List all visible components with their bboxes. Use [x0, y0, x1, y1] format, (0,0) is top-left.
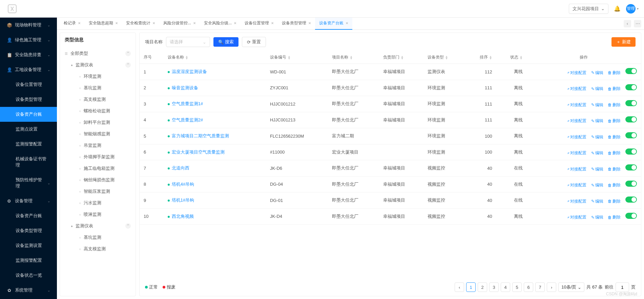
device-name-link[interactable]: 宏业大厦项目空气质量监测	[172, 150, 225, 155]
action-edit[interactable]: ✎编辑	[591, 150, 603, 156]
tree-leaf[interactable]: ○智能烟感监测	[63, 128, 133, 140]
sidebar-subitem[interactable]: 设备类型管理	[0, 92, 57, 107]
device-name-link[interactable]: 塔机4#吊钩	[172, 182, 194, 187]
action-config[interactable]: 𝄎对接配置	[567, 86, 586, 92]
collapse-icon[interactable]: ⌃	[125, 51, 131, 56]
pager-page[interactable]: 5	[512, 282, 522, 292]
device-name-link[interactable]: 空气质量监测2#	[172, 117, 203, 122]
reset-button[interactable]: ⟳ 重置	[242, 37, 266, 47]
tree-leaf[interactable]: ○基坑监测	[63, 82, 133, 94]
tabs-more-icon[interactable]: ⋯	[634, 20, 641, 27]
user-avatar[interactable]: 管理 ▾	[626, 4, 639, 14]
tab[interactable]: 安全隐患超期✕	[85, 18, 122, 30]
sidebar-item[interactable]: 📋安全隐患排查⌄	[0, 47, 57, 62]
sidebar-collapse-icon[interactable]: ☰	[0, 298, 57, 299]
tree-leaf[interactable]: ○外墙脚手架监测	[63, 151, 133, 163]
sidebar-subitem[interactable]: 设备类型管理	[0, 223, 57, 238]
tree-leaf[interactable]: ○环境监测	[63, 71, 133, 82]
sidebar-subitem[interactable]: 设备资产台账	[0, 107, 57, 122]
action-config[interactable]: 𝄎对接配置	[567, 150, 586, 156]
column-header[interactable]: 设备名称▲▼	[164, 51, 266, 64]
action-config[interactable]: 𝄎对接配置	[567, 166, 586, 172]
sidebar-item[interactable]: 👤绿色施工管理⌄	[0, 32, 57, 47]
action-edit[interactable]: ✎编辑	[591, 166, 603, 172]
sidebar-subitem[interactable]: 监测报警配置	[0, 253, 57, 268]
pager-page[interactable]: 7	[535, 282, 545, 292]
sidebar-subitem[interactable]: 设备位置管理	[0, 77, 57, 92]
action-edit[interactable]: ✎编辑	[591, 199, 603, 204]
tab[interactable]: 检记录✕	[60, 18, 85, 30]
action-edit[interactable]: ✎编辑	[591, 102, 603, 108]
enable-switch[interactable]	[625, 213, 637, 219]
action-delete[interactable]: 🗑删除	[608, 118, 621, 124]
tree-leaf[interactable]: ○高支模监测	[63, 94, 133, 105]
tree-root[interactable]: ☰全部类型⌃	[63, 48, 133, 59]
tree-leaf[interactable]: ○高支模监测	[63, 243, 133, 255]
device-name-link[interactable]: 西北角视频	[172, 214, 194, 219]
action-delete[interactable]: 🗑删除	[608, 214, 621, 220]
action-config[interactable]: 𝄎对接配置	[567, 134, 586, 140]
tab[interactable]: 设备类型管理✕	[278, 18, 315, 30]
column-header[interactable]: 设备编号▲▼	[266, 51, 328, 64]
sort-icon[interactable]: ▲▼	[445, 55, 448, 60]
tree-leaf[interactable]: ○污水监测	[63, 197, 133, 209]
sidebar-subitem[interactable]: 预防性维护管理⌄	[0, 172, 57, 193]
action-delete[interactable]: 🗑删除	[608, 102, 621, 108]
sidebar-item[interactable]: 👤工地设备管理⌄	[0, 62, 57, 77]
sort-icon[interactable]: ▲▼	[520, 55, 523, 60]
tree-leaf[interactable]: ○吊篮监测	[63, 140, 133, 151]
pager-page[interactable]: 3	[489, 282, 499, 292]
action-config[interactable]: 𝄎对接配置	[567, 102, 586, 108]
sidebar-item[interactable]: 📦现场物料管理⌄	[0, 18, 57, 32]
sort-icon[interactable]: ▲▼	[401, 55, 404, 60]
sidebar-item[interactable]: ⚙设备管理⌄	[0, 193, 57, 208]
action-config[interactable]: 𝄎对接配置	[567, 199, 586, 204]
pager-next[interactable]: ›	[547, 282, 556, 292]
action-delete[interactable]: 🗑删除	[608, 199, 621, 204]
tab[interactable]: 风险分级管控...✕	[159, 18, 200, 30]
page-size-select[interactable]: 10条/页 ⌄	[558, 282, 584, 292]
pager-page[interactable]: 4	[501, 282, 510, 292]
column-header[interactable]: 排序▲▼	[466, 51, 496, 64]
tree-leaf[interactable]: ○螺栓松动监测	[63, 105, 133, 117]
enable-switch[interactable]	[625, 181, 637, 187]
pager-goto-input[interactable]	[616, 282, 629, 292]
enable-switch[interactable]	[625, 197, 637, 203]
device-name-link[interactable]: 温度湿度监测设备	[172, 69, 207, 74]
tree-leaf[interactable]: ○智能压浆监测	[63, 186, 133, 197]
tab[interactable]: 设备位置管理✕	[241, 18, 278, 30]
action-config[interactable]: 𝄎对接配置	[567, 70, 586, 76]
enable-switch[interactable]	[625, 148, 637, 155]
sidebar-subitem[interactable]: 设备资产台账	[0, 208, 57, 223]
tabs-overflow-left[interactable]: ‹	[624, 20, 631, 27]
column-header[interactable]: 操作	[527, 51, 641, 64]
column-header[interactable]: 状态▲▼	[496, 51, 527, 64]
action-config[interactable]: 𝄎对接配置	[567, 118, 586, 124]
sidebar-subitem[interactable]: 设备监测设置	[0, 238, 57, 253]
column-header[interactable]: 项目名称▲▼	[328, 51, 379, 64]
tree-node[interactable]: ●监测仪表⌃	[63, 220, 133, 232]
enable-switch[interactable]	[625, 84, 637, 90]
close-icon[interactable]: ✕	[115, 21, 118, 25]
close-icon[interactable]: ✕	[78, 21, 81, 25]
action-config[interactable]: 𝄎对接配置	[567, 214, 586, 220]
device-name-link[interactable]: 北道向西	[172, 165, 189, 170]
device-name-link[interactable]: 塔机1#吊钩	[172, 198, 194, 203]
close-icon[interactable]: ✕	[234, 21, 236, 25]
sidebar-subitem[interactable]: 机械设备证书管理	[0, 152, 57, 172]
project-filter-select[interactable]: 请选择 ⌄	[166, 37, 210, 47]
action-delete[interactable]: 🗑删除	[608, 182, 621, 188]
action-edit[interactable]: ✎编辑	[591, 214, 603, 220]
tab[interactable]: 安全检查统计✕	[122, 18, 159, 30]
action-config[interactable]: 𝄎对接配置	[567, 182, 586, 188]
column-header[interactable]: 负责部门▲▼	[379, 51, 423, 64]
close-icon[interactable]: ✕	[308, 21, 311, 25]
sidebar-subitem[interactable]: 设备状态一览	[0, 268, 57, 283]
tree-leaf[interactable]: ○卸料平台监测	[63, 117, 133, 128]
collapse-icon[interactable]: ⌃	[125, 62, 131, 68]
action-delete[interactable]: 🗑删除	[608, 166, 621, 172]
project-select[interactable]: 文兴花园项目 ⌄	[569, 4, 608, 14]
enable-switch[interactable]	[625, 116, 637, 122]
pager-page[interactable]: 2	[478, 282, 487, 292]
pager-page[interactable]: 6	[524, 282, 533, 292]
